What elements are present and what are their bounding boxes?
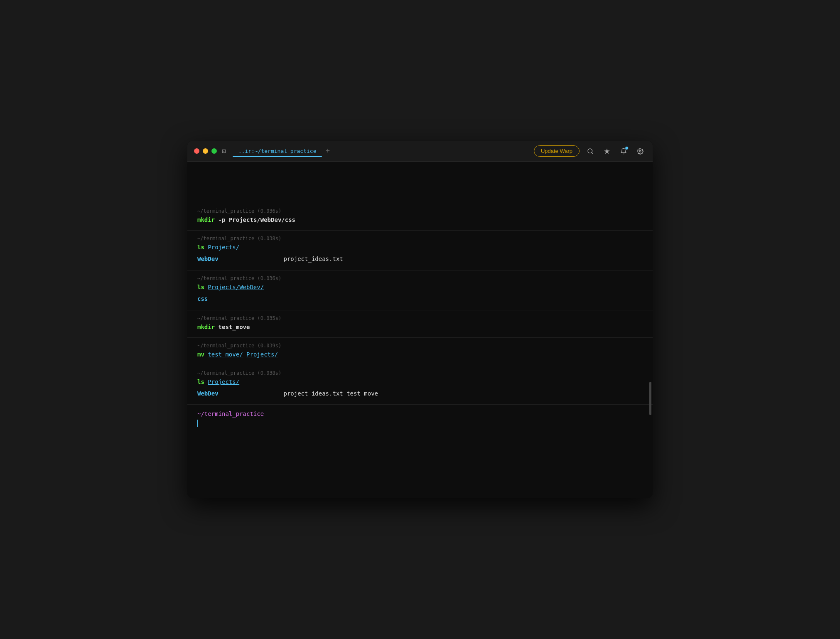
prompt-block: ~/terminal_practice <box>187 405 653 434</box>
terminal-window: ⊡ ..ir:~/terminal_practice + Update Warp <box>187 141 653 498</box>
cmd-line-3: ls Projects/WebDev/ <box>197 283 643 292</box>
cmd-path-3: Projects/WebDev/ <box>208 284 264 290</box>
empty-top-space <box>187 162 653 203</box>
cmd-header-3: ~/terminal_practice (0.036s) <box>197 275 643 281</box>
output-dir-webdev: WebDev <box>197 256 219 262</box>
tab-title: ..ir:~/terminal_practice <box>238 148 317 154</box>
prompt-directory: ~/terminal_practice <box>197 410 643 417</box>
command-block-3: ~/terminal_practice (0.036s) ls Projects… <box>187 270 653 310</box>
cmd-line-2: ls Projects/ <box>197 243 643 252</box>
search-icon[interactable] <box>585 145 596 157</box>
cmd-output-2: WebDev project_ideas.txt <box>197 254 643 264</box>
cmd-line-5: mv test_move/ Projects/ <box>197 350 643 359</box>
notification-icon[interactable] <box>618 145 629 157</box>
update-warp-button[interactable]: Update Warp <box>534 145 580 157</box>
output-file-test-move: test_move <box>346 390 378 397</box>
cmd-header-4: ~/terminal_practice (0.035s) <box>197 315 643 321</box>
output-file-project-ideas-2: project_ideas.txt <box>283 390 343 397</box>
maximize-button[interactable] <box>211 148 217 154</box>
cmd-header-6: ~/terminal_practice (0.038s) <box>197 370 643 376</box>
command-block-4: ~/terminal_practice (0.035s) mkdir test_… <box>187 310 653 338</box>
scrollbar[interactable] <box>649 382 651 415</box>
command-block-6: ~/terminal_practice (0.038s) ls Projects… <box>187 365 653 405</box>
cmd-path-5b: Projects/ <box>246 351 278 358</box>
cursor-line[interactable] <box>197 420 643 427</box>
command-block-5: ~/terminal_practice (0.039s) mv test_mov… <box>187 338 653 365</box>
cmd-keyword-1: mkdir <box>197 216 215 223</box>
cmd-output-6: WebDev project_ideas.txt test_move <box>197 389 643 399</box>
active-tab[interactable]: ..ir:~/terminal_practice <box>233 145 322 157</box>
svg-point-2 <box>639 150 641 152</box>
output-dir-css: css <box>197 295 208 302</box>
ai-icon[interactable] <box>601 145 613 157</box>
tab-bar: ..ir:~/terminal_practice + <box>233 145 534 157</box>
traffic-lights <box>194 148 217 154</box>
cmd-header-5: ~/terminal_practice (0.039s) <box>197 343 643 349</box>
pane-icon[interactable]: ⊡ <box>222 147 226 155</box>
cmd-keyword-4: mkdir <box>197 324 215 330</box>
cmd-path-2: Projects/ <box>208 244 239 251</box>
cmd-path-6: Projects/ <box>208 378 239 385</box>
cmd-header-1: ~/terminal_practice (0.036s) <box>197 208 643 214</box>
cmd-args-1: -p Projects/WebDev/css <box>219 216 295 223</box>
cmd-line-1: mkdir -p Projects/WebDev/css <box>197 216 643 224</box>
cmd-keyword-3: ls <box>197 284 204 290</box>
cmd-line-4: mkdir test_move <box>197 323 643 332</box>
close-button[interactable] <box>194 148 199 154</box>
cmd-output-3: css <box>197 294 643 304</box>
terminal-body: ~/terminal_practice (0.036s) mkdir -p Pr… <box>187 162 653 434</box>
cmd-keyword-5: mv <box>197 351 204 358</box>
cmd-args-4: test_move <box>219 324 250 330</box>
tab-underline <box>233 156 322 157</box>
cmd-keyword-6: ls <box>197 378 204 385</box>
cmd-path-5a: test_move/ <box>208 351 243 358</box>
cmd-line-6: ls Projects/ <box>197 378 643 386</box>
cmd-keyword-2: ls <box>197 244 204 251</box>
cmd-header-2: ~/terminal_practice (0.038s) <box>197 236 643 241</box>
terminal-cursor <box>197 420 198 427</box>
output-file-project-ideas: project_ideas.txt <box>283 256 343 262</box>
minimize-button[interactable] <box>203 148 208 154</box>
titlebar: ⊡ ..ir:~/terminal_practice + Update Warp <box>187 141 653 162</box>
output-dir-webdev-2: WebDev <box>197 390 219 397</box>
command-block-2: ~/terminal_practice (0.038s) ls Projects… <box>187 231 653 270</box>
settings-icon[interactable] <box>634 145 646 157</box>
titlebar-actions: Update Warp <box>534 145 646 157</box>
new-tab-button[interactable]: + <box>322 145 333 157</box>
command-block-1: ~/terminal_practice (0.036s) mkdir -p Pr… <box>187 203 653 231</box>
svg-line-1 <box>592 152 593 154</box>
